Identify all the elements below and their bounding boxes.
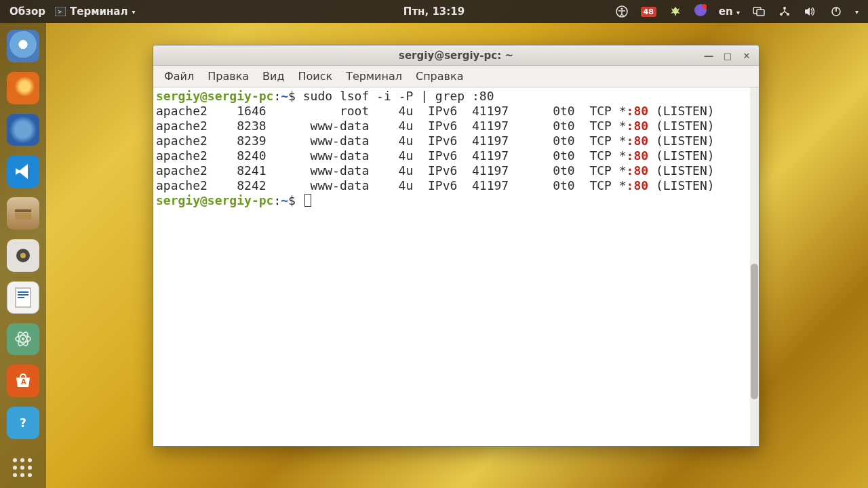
notification-badge[interactable]: 48	[641, 7, 656, 17]
svg-rect-18	[18, 297, 24, 298]
close-button[interactable]: ✕	[738, 48, 755, 63]
dock-chromium[interactable]	[7, 30, 39, 62]
svg-rect-11	[15, 209, 31, 212]
chevron-down-icon: ▾	[855, 8, 859, 16]
svg-text:A: A	[21, 378, 26, 386]
accessibility-icon[interactable]	[615, 5, 629, 18]
dock-files[interactable]	[7, 197, 39, 230]
svg-rect-17	[18, 294, 28, 296]
clock[interactable]: Птн, 13:19	[403, 5, 465, 18]
svg-text:＞: ＞	[57, 8, 63, 15]
titlebar[interactable]: sergiy@sergiy-pc: ~ ― □ ✕	[153, 45, 759, 66]
svg-rect-16	[18, 291, 28, 293]
top-panel: Обзор ＞ Терминал ▾ Птн, 13:19 48 en ▾	[0, 0, 868, 23]
screenshot-icon[interactable]	[669, 5, 682, 18]
svg-point-6	[783, 7, 786, 9]
screen-icon[interactable]	[752, 5, 766, 18]
language-label: en	[719, 5, 733, 18]
app-menu[interactable]: ＞ Терминал ▾	[55, 5, 135, 18]
maximize-button[interactable]: □	[719, 48, 736, 63]
menu-edit[interactable]: Правка	[202, 67, 254, 85]
svg-rect-12	[15, 213, 31, 220]
menu-terminal[interactable]: Терминал	[340, 67, 408, 85]
menu-file[interactable]: Файл	[159, 67, 199, 85]
scrollbar[interactable]	[750, 87, 759, 446]
minimize-button[interactable]: ―	[701, 48, 717, 63]
svg-point-3	[620, 8, 623, 10]
svg-rect-5	[757, 9, 764, 16]
chevron-down-icon: ▾	[736, 9, 740, 16]
dock-software[interactable]: A	[7, 365, 39, 397]
dock-firefox[interactable]	[7, 72, 39, 104]
power-icon[interactable]	[829, 5, 843, 18]
chevron-down-icon: ▾	[132, 8, 135, 16]
show-applications-button[interactable]	[13, 458, 33, 477]
window-title: sergiy@sergiy-pc: ~	[399, 49, 513, 62]
terminal-window: sergiy@sergiy-pc: ~ ― □ ✕ Файл Правка Ви…	[153, 45, 760, 447]
network-icon[interactable]	[778, 5, 791, 18]
terminal-menu-icon: ＞	[55, 7, 66, 16]
menu-view[interactable]: Вид	[257, 67, 290, 85]
menubar: Файл Правка Вид Поиск Терминал Справка	[153, 66, 759, 87]
menu-help[interactable]: Справка	[410, 67, 469, 85]
volume-icon[interactable]	[804, 5, 817, 18]
app-menu-label: Терминал	[70, 5, 127, 18]
menu-search[interactable]: Поиск	[293, 67, 338, 85]
dock-writer[interactable]	[7, 281, 39, 314]
activities-button[interactable]: Обзор	[9, 5, 45, 18]
dock: A ?	[0, 23, 46, 488]
svg-point-22	[22, 338, 24, 340]
dock-atom[interactable]	[7, 323, 39, 356]
terminal-body[interactable]: sergiy@sergiy-pc:~$ sudo lsof -i -P | gr…	[153, 87, 759, 446]
language-indicator[interactable]: en ▾	[719, 5, 740, 18]
scrollbar-thumb[interactable]	[751, 264, 758, 399]
dock-rhythmbox[interactable]	[7, 239, 39, 272]
svg-text:?: ?	[20, 416, 26, 430]
svg-point-14	[20, 253, 26, 258]
viber-icon[interactable]	[694, 4, 707, 19]
dock-help[interactable]: ?	[7, 407, 39, 439]
dock-vscode[interactable]	[7, 155, 39, 188]
dock-thunderbird[interactable]	[7, 114, 39, 146]
